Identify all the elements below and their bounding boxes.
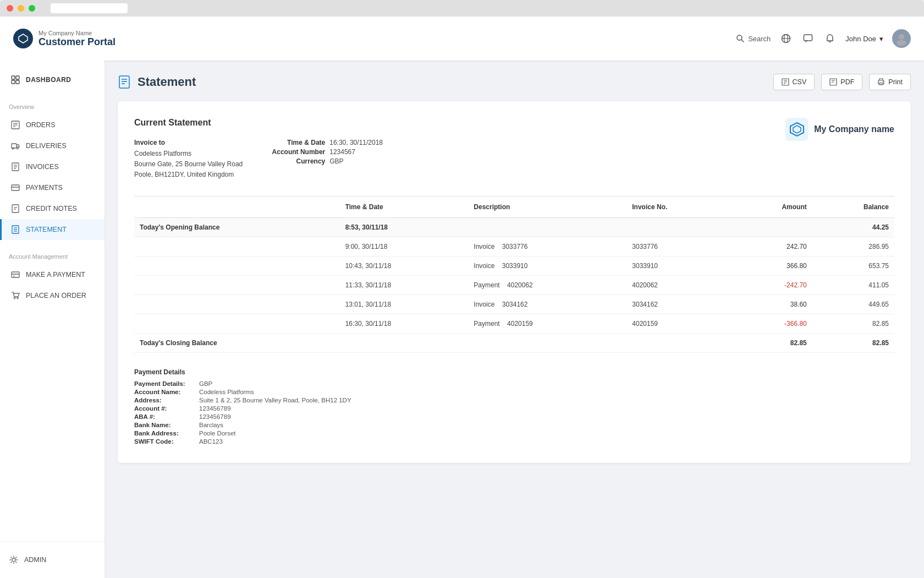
minimize-dot[interactable] (18, 5, 24, 12)
detail-value: Codeless Platforms (199, 389, 254, 395)
payment-detail-row: SWIFT Code:ABC123 (134, 438, 894, 445)
page-title-area: Statement (118, 75, 196, 89)
invoice-to-block: Invoice to Codeless Platforms Bourne Gat… (134, 139, 243, 181)
close-dot[interactable] (7, 5, 13, 12)
meta-currency: Currency GBP (265, 157, 383, 165)
brand-logo (13, 29, 33, 48)
sidebar-item-statement[interactable]: STATEMENT (0, 219, 105, 240)
col-amount: Amount (731, 196, 812, 217)
row-invoice: 4020062 (626, 275, 731, 295)
brand: My Company Name Customer Portal (13, 29, 116, 48)
user-chevron-icon: ▾ (879, 35, 883, 43)
orders-icon (10, 120, 20, 130)
statement-page-icon (118, 75, 131, 89)
main-content: Statement CSV (105, 61, 924, 578)
table-row: 16:30, 30/11/18 Payment 4020159 4020159 … (134, 314, 894, 333)
detail-value: ABC123 (199, 438, 223, 445)
col-invoice-no: Invoice No. (626, 196, 731, 217)
print-button[interactable]: Print (869, 74, 911, 90)
row-empty (134, 237, 340, 256)
sidebar-item-invoices[interactable]: INVOICES (0, 156, 105, 177)
row-amount: 242.70 (731, 237, 812, 256)
sidebar-account-section: Account Management MAKE A PAYMENT (0, 244, 105, 310)
print-label: Print (888, 78, 903, 86)
row-time: 11:33, 30/11/18 (340, 275, 469, 295)
csv-button[interactable]: CSV (773, 74, 815, 90)
statement-icon (10, 225, 20, 235)
pdf-icon (829, 78, 837, 86)
user-menu[interactable]: John Doe ▾ (845, 35, 883, 43)
meta-account-number: Account Number 1234567 (265, 148, 383, 156)
place-order-label: PLACE AN ORDER (26, 292, 86, 299)
row-desc: Invoice 3033776 (468, 237, 626, 256)
chat-icon[interactable] (801, 32, 815, 45)
payment-detail-row: ABA #:123456789 (134, 413, 894, 420)
credit-notes-icon (10, 204, 20, 214)
svg-point-38 (12, 558, 15, 561)
page-actions: CSV PDF (773, 74, 911, 90)
row-balance: 653.75 (812, 256, 894, 275)
row-amount (731, 217, 812, 237)
table-row: Today's Opening Balance 8:53, 30/11/18 4… (134, 217, 894, 237)
row-desc (468, 217, 626, 237)
sidebar-item-deliveries[interactable]: DELIVERIES (0, 135, 105, 156)
sidebar-item-payments[interactable]: PAYMENTS (0, 177, 105, 198)
maximize-dot[interactable] (29, 5, 35, 12)
svg-point-8 (897, 40, 906, 46)
svg-rect-10 (16, 76, 19, 79)
page-title: Statement (138, 75, 196, 89)
row-empty (134, 314, 340, 333)
svg-point-7 (899, 34, 904, 40)
pdf-button[interactable]: PDF (821, 74, 862, 90)
row-time: 10:43, 30/11/18 (340, 256, 469, 275)
table-row: Today's Closing Balance 82.85 82.85 (134, 333, 894, 352)
app: My Company Name Customer Portal Search (0, 17, 924, 578)
deliveries-label: DELIVERIES (26, 142, 67, 150)
row-amount: -242.70 (731, 275, 812, 295)
window-chrome (0, 0, 924, 17)
search-label: Search (748, 35, 771, 43)
row-invoice: 3033910 (626, 256, 731, 275)
csv-icon (782, 78, 789, 86)
row-empty (134, 275, 340, 295)
sidebar-item-orders[interactable]: ORDERS (0, 114, 105, 135)
row-invoice: 3033776 (626, 237, 731, 256)
place-order-icon (10, 291, 20, 301)
bell-icon[interactable] (823, 32, 837, 45)
sidebar-item-credit-notes[interactable]: CREDIT NOTES (0, 198, 105, 219)
sidebar: DASHBOARD Overview ORDERS (0, 61, 105, 578)
avatar[interactable] (892, 29, 911, 48)
svg-rect-9 (12, 76, 15, 79)
globe-icon[interactable] (779, 32, 793, 45)
detail-label: Bank Address: (134, 430, 195, 437)
detail-label: Address: (134, 397, 195, 403)
invoice-meta: Time & Date 16:30, 30/11/2018 Account Nu… (265, 139, 383, 181)
table-row: 9:00, 30/11/18 Invoice 3033776 3033776 2… (134, 237, 894, 256)
row-balance: 449.65 (812, 295, 894, 314)
current-statement-title: Current Statement (134, 118, 383, 128)
admin-icon (9, 555, 19, 565)
sidebar-item-make-payment[interactable]: MAKE A PAYMENT (0, 264, 105, 285)
sidebar-item-place-order[interactable]: PLACE AN ORDER (0, 285, 105, 306)
sidebar-item-dashboard[interactable]: DASHBOARD (0, 69, 105, 90)
table-row: 13:01, 30/11/18 Invoice 3034162 3034162 … (134, 295, 894, 314)
row-time: 9:00, 30/11/18 (340, 237, 469, 256)
svg-point-37 (17, 297, 18, 298)
row-time: 16:30, 30/11/18 (340, 314, 469, 333)
detail-value: GBP (199, 380, 212, 387)
sidebar-dashboard-section: DASHBOARD (0, 61, 105, 95)
make-payment-icon (10, 270, 20, 280)
svg-rect-6 (804, 35, 812, 41)
invoices-icon (10, 162, 20, 172)
csv-label: CSV (793, 78, 807, 86)
company-logo-area: My Company name (785, 118, 894, 141)
company-logo-icon (785, 118, 809, 141)
credit-notes-label: CREDIT NOTES (26, 205, 77, 212)
row-amount: -366.80 (731, 314, 812, 333)
detail-label: Payment Details: (134, 380, 195, 387)
row-desc: Invoice 3034162 (468, 295, 626, 314)
search-button[interactable]: Search (736, 34, 771, 43)
payment-detail-row: Bank Name:Barclays (134, 422, 894, 428)
sidebar-item-admin[interactable]: ADMIN (9, 550, 96, 569)
brand-company: My Company Name (38, 30, 116, 36)
